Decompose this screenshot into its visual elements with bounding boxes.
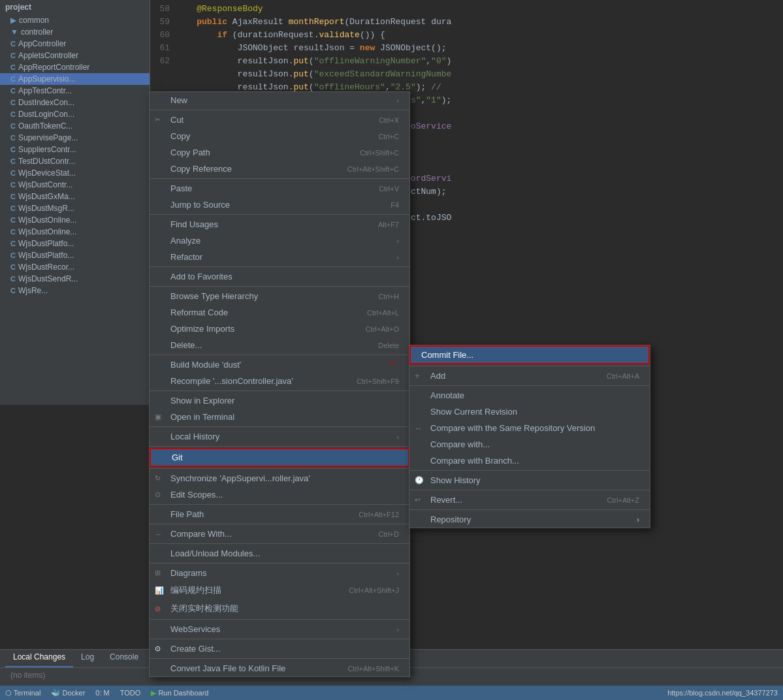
sidebar-item-wjsdustrecor[interactable]: C WjsDustRecor... bbox=[0, 261, 150, 273]
menu-item-cut[interactable]: ✂ Cut Ctrl+X bbox=[150, 112, 409, 128]
menu-item-analyze[interactable]: Analyze › bbox=[150, 232, 409, 249]
menu-separator bbox=[150, 390, 409, 391]
class-icon: C bbox=[10, 99, 16, 106]
sidebar-item-appreportcontroller[interactable]: C AppReportController bbox=[0, 61, 150, 73]
menu-item-paste[interactable]: Paste Ctrl+V bbox=[150, 180, 409, 197]
sidebar-item-wjsre[interactable]: C WjsRe... bbox=[0, 285, 150, 296]
status-messages[interactable]: 0: M bbox=[95, 689, 109, 697]
menu-item-edit-scopes[interactable]: ⊙ Edit Scopes... bbox=[150, 486, 409, 503]
sidebar-item-wjsdustonline1[interactable]: C WjsDustOnline... bbox=[0, 214, 150, 226]
sidebar-item-dustindexcon[interactable]: C DustIndexCon... bbox=[0, 97, 150, 108]
menu-item-label: Cut bbox=[170, 115, 184, 125]
sidebar-item-appletscontroller[interactable]: C AppletsController bbox=[0, 50, 150, 61]
sidebar-item-appsupervision[interactable]: C AppSupervisio... bbox=[0, 73, 150, 85]
submenu-item-annotate[interactable]: Annotate bbox=[409, 387, 650, 404]
menu-item-jump-to-source[interactable]: Jump to Source F4 bbox=[150, 197, 409, 213]
git-arrow-icon: → bbox=[385, 355, 398, 370]
code-line-60: 60 if (durationRequest.validate()) { bbox=[150, 29, 783, 42]
sidebar-item-wjsdustcontr[interactable]: C WjsDustContr... bbox=[0, 179, 150, 191]
menu-item-browse-type-hierarchy[interactable]: Browse Type Hierarchy Ctrl+H bbox=[150, 288, 409, 304]
sidebar-item-wjsdustonline2[interactable]: C WjsDustOnline... bbox=[0, 226, 150, 238]
status-terminal[interactable]: ⬡ Terminal bbox=[5, 689, 40, 697]
menu-item-build-module[interactable]: Build Module 'dust' bbox=[150, 357, 409, 373]
sidebar-item-wjsdustgxma[interactable]: C WjsDustGxMa... bbox=[0, 191, 150, 202]
menu-item-copy-reference[interactable]: Copy Reference Ctrl+Alt+Shift+C bbox=[150, 161, 409, 177]
menu-item-local-history[interactable]: Local History › bbox=[150, 428, 409, 445]
tab-local-changes[interactable]: Local Changes bbox=[5, 648, 73, 667]
menu-separator bbox=[150, 178, 409, 179]
menu-item-label: Find Usages bbox=[170, 219, 218, 229]
tab-console[interactable]: Console bbox=[102, 648, 146, 667]
menu-item-file-path[interactable]: File Path Ctrl+Alt+F12 bbox=[150, 506, 409, 522]
tab-log[interactable]: Log bbox=[73, 648, 102, 667]
sidebar-item-wjsdustplatfo1[interactable]: C WjsDustPlatfo... bbox=[0, 238, 150, 249]
sidebar-item-appcontroller[interactable]: C AppController bbox=[0, 38, 150, 50]
submenu-item-compare-same-repo[interactable]: ↔ Compare with the Same Repository Versi… bbox=[409, 420, 650, 436]
sidebar-item-testdustcontr[interactable]: C TestDUstContr... bbox=[0, 155, 150, 167]
submenu-item-revert[interactable]: ↩ Revert... Ctrl+Alt+Z bbox=[409, 492, 650, 508]
menu-item-compare-with[interactable]: ↔ Compare With... Ctrl+D bbox=[150, 526, 409, 542]
submenu-item-compare-with-branch[interactable]: Compare with Branch... bbox=[409, 453, 650, 469]
sidebar-item-label: WjsDustMsgR... bbox=[18, 204, 74, 213]
submenu-separator bbox=[409, 509, 650, 510]
menu-item-show-in-explorer[interactable]: Show in Explorer bbox=[150, 392, 409, 409]
class-icon: C bbox=[10, 251, 16, 259]
submenu-item-show-current-revision[interactable]: Show Current Revision bbox=[409, 404, 650, 420]
menu-item-close-detection[interactable]: ⊘ 关闭实时检测功能 bbox=[150, 599, 409, 618]
menu-item-label: Edit Scopes... bbox=[170, 490, 223, 500]
sidebar-item-label: SuppliersContr... bbox=[18, 145, 76, 154]
submenu-item-repository[interactable]: Repository › bbox=[409, 511, 650, 528]
status-run-dashboard[interactable]: ▶ Run Dashboard bbox=[151, 689, 208, 697]
sidebar-item-label: WjsRe... bbox=[18, 286, 48, 295]
status-url: https://blog.csdn.net/qq_34377273 bbox=[667, 689, 778, 697]
sidebar-item-wjsdustsendr[interactable]: C WjsDustSendR... bbox=[0, 273, 150, 285]
sidebar-item-wjsdustplatfo2[interactable]: C WjsDustPlatfo... bbox=[0, 249, 150, 261]
sidebar-item-label: WjsDustContr... bbox=[18, 180, 72, 189]
menu-separator bbox=[150, 658, 409, 659]
sidebar-item-supplierscontr[interactable]: C SuppliersContr... bbox=[0, 144, 150, 155]
menu-item-reformat-code[interactable]: Reformat Code Ctrl+Alt+L bbox=[150, 304, 409, 321]
shortcut-label: Ctrl+Alt+Shift+K bbox=[347, 665, 399, 673]
menu-separator bbox=[150, 266, 409, 267]
status-todo[interactable]: TODO bbox=[120, 689, 141, 697]
sidebar-item-label: TestDUstContr... bbox=[18, 157, 75, 166]
sidebar-item-dustlogincon[interactable]: C DustLoginCon... bbox=[0, 108, 150, 120]
status-docker[interactable]: 🐳 Docker bbox=[51, 689, 85, 697]
menu-item-code-scan[interactable]: 📊 编码规约扫描 Ctrl+Alt+Shift+J bbox=[150, 581, 409, 599]
menu-item-git[interactable]: Git bbox=[150, 448, 409, 467]
sidebar-item-supervisepage[interactable]: C SupervisePage... bbox=[0, 132, 150, 144]
menu-item-recompile[interactable]: Recompile '...sionController.java' Ctrl+… bbox=[150, 373, 409, 389]
menu-item-add-to-favorites[interactable]: Add to Favorites bbox=[150, 268, 409, 285]
menu-item-open-in-terminal[interactable]: ▣ Open in Terminal bbox=[150, 409, 409, 425]
menu-item-delete[interactable]: Delete... Delete bbox=[150, 337, 409, 353]
sidebar-item-oauthtokenc[interactable]: C OauthTokenC... bbox=[0, 120, 150, 132]
class-icon: C bbox=[10, 263, 16, 271]
sidebar-item-controller[interactable]: ▼ controller bbox=[0, 26, 150, 38]
submenu-item-add[interactable]: + Add Ctrl+Alt+A bbox=[409, 368, 650, 384]
submenu-separator bbox=[409, 366, 650, 366]
menu-item-optimize-imports[interactable]: Optimize Imports Ctrl+Alt+O bbox=[150, 321, 409, 337]
submenu-arrow-icon: › bbox=[637, 515, 639, 524]
menu-item-label: 编码规约扫描 bbox=[170, 584, 221, 596]
sidebar-item-wjsdevicestat[interactable]: C WjsDeviceStat... bbox=[0, 167, 150, 179]
submenu-item-commit-file[interactable]: Commit File... bbox=[409, 345, 650, 364]
menu-item-synchronize[interactable]: ↻ Synchronize 'AppSupervi...roller.java' bbox=[150, 470, 409, 486]
menu-item-diagrams[interactable]: ⊞ Diagrams › bbox=[150, 565, 409, 581]
menu-item-create-gist[interactable]: ⊙ Create Gist... bbox=[150, 641, 409, 657]
submenu-item-compare-with[interactable]: Compare with... bbox=[409, 436, 650, 453]
submenu-item-label: Commit File... bbox=[421, 350, 473, 360]
menu-item-convert-kotlin[interactable]: Convert Java File to Kotlin File Ctrl+Al… bbox=[150, 660, 409, 676]
menu-item-copy-path[interactable]: Copy Path Ctrl+Shift+C bbox=[150, 144, 409, 161]
sidebar-item-apptestcontroller[interactable]: C AppTestContr... bbox=[0, 85, 150, 97]
sidebar-item-common[interactable]: ▶ common bbox=[0, 14, 150, 26]
sidebar-header: project bbox=[0, 0, 150, 14]
menu-item-new[interactable]: New › bbox=[150, 92, 409, 108]
sidebar-item-label: WjsDustPlatfo... bbox=[18, 251, 74, 260]
menu-item-refactor[interactable]: Refactor › bbox=[150, 249, 409, 265]
menu-item-find-usages[interactable]: Find Usages Alt+F7 bbox=[150, 216, 409, 232]
menu-item-webservices[interactable]: WebServices › bbox=[150, 621, 409, 637]
sidebar-item-wjsdustmsgr[interactable]: C WjsDustMsgR... bbox=[0, 202, 150, 214]
submenu-item-show-history[interactable]: 🕐 Show History bbox=[409, 472, 650, 488]
menu-item-load-unload-modules[interactable]: Load/Unload Modules... bbox=[150, 545, 409, 562]
menu-item-copy[interactable]: Copy Ctrl+C bbox=[150, 128, 409, 144]
